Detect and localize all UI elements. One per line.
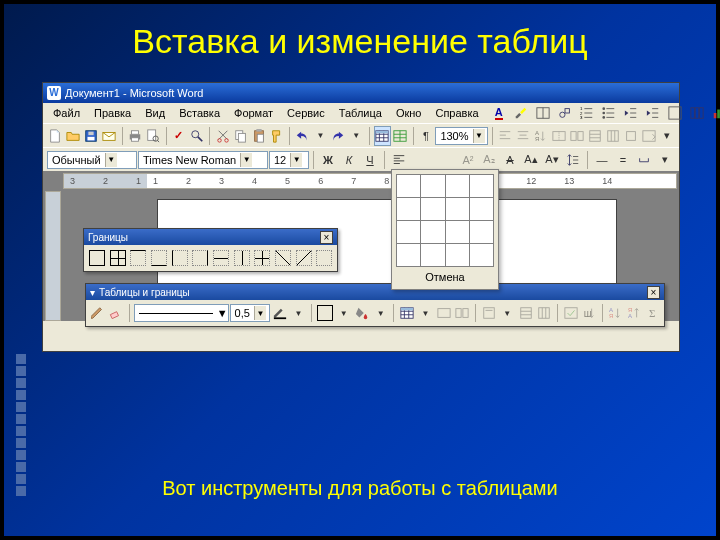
menu-tools[interactable]: Сервис: [281, 105, 331, 121]
border-bottom-icon[interactable]: [149, 248, 169, 268]
menu-format[interactable]: Формат: [228, 105, 279, 121]
drawing-icon[interactable]: [555, 103, 575, 123]
border-right-icon[interactable]: [190, 248, 210, 268]
menu-insert[interactable]: Вставка: [173, 105, 226, 121]
insert-chart-icon[interactable]: [709, 103, 720, 123]
style-combo[interactable]: Обычный ▼: [47, 151, 137, 169]
font-size-combo[interactable]: 12 ▼: [269, 151, 309, 169]
insert-table-grid[interactable]: [396, 174, 494, 267]
text-direction-icon[interactable]: Ш: [580, 303, 597, 323]
columns-icon[interactable]: [687, 103, 707, 123]
close-icon[interactable]: ×: [647, 286, 660, 299]
border-inside-h-icon[interactable]: [211, 248, 231, 268]
sort-desc-icon[interactable]: ЯА: [625, 303, 642, 323]
highlight-icon[interactable]: [511, 103, 531, 123]
print-preview-icon[interactable]: [145, 126, 162, 146]
menu-file[interactable]: Файл: [47, 105, 86, 121]
chevron-down-icon[interactable]: ▼: [499, 303, 516, 323]
border-outside-icon[interactable]: [87, 248, 107, 268]
shading-color-icon[interactable]: [354, 303, 371, 323]
tables-borders-title[interactable]: ▾Таблицы и границы ×: [86, 284, 664, 300]
chevron-down-icon[interactable]: ▼: [372, 303, 389, 323]
border-diag-up-icon[interactable]: [294, 248, 314, 268]
zoom-combo[interactable]: 130% ▼: [435, 127, 487, 145]
merge-cells-icon[interactable]: [435, 303, 452, 323]
subscript-icon[interactable]: A₂: [479, 150, 499, 170]
border-all-icon[interactable]: [108, 248, 128, 268]
split-cells-icon[interactable]: [454, 303, 471, 323]
distribute-cols-icon[interactable]: [535, 303, 552, 323]
print-icon[interactable]: [127, 126, 144, 146]
chevron-down-icon[interactable]: ▼: [105, 153, 117, 167]
insert-table-icon[interactable]: [398, 303, 415, 323]
eraser-icon[interactable]: [107, 303, 124, 323]
toolbar-options-icon[interactable]: ▾: [655, 150, 675, 170]
merge-cells-icon[interactable]: [550, 126, 567, 146]
copy-icon[interactable]: [232, 126, 249, 146]
menu-help[interactable]: Справка: [429, 105, 484, 121]
decrease-indent-icon[interactable]: [621, 103, 641, 123]
nbsp-icon[interactable]: [634, 150, 654, 170]
borders-icon[interactable]: [665, 103, 685, 123]
chevron-down-icon[interactable]: ▼: [290, 303, 307, 323]
insert-table-icon[interactable]: [374, 126, 391, 146]
vertical-ruler[interactable]: [45, 191, 61, 321]
line-weight-combo[interactable]: 0,5 ▼: [230, 304, 271, 322]
redo-dropdown-icon[interactable]: ▼: [348, 126, 365, 146]
toolbar-options-icon[interactable]: ▾: [658, 126, 675, 146]
undo-dropdown-icon[interactable]: ▼: [312, 126, 329, 146]
chevron-down-icon[interactable]: ▼: [217, 307, 228, 319]
close-icon[interactable]: ×: [320, 231, 333, 244]
font-combo[interactable]: Times New Roman ▼: [138, 151, 268, 169]
menu-window[interactable]: Окно: [390, 105, 428, 121]
distribute-cols-icon[interactable]: [604, 126, 621, 146]
border-none-icon[interactable]: [314, 248, 334, 268]
line-style-combo[interactable]: ▼: [134, 304, 229, 322]
paste-icon[interactable]: [250, 126, 267, 146]
undo-icon[interactable]: [294, 126, 311, 146]
chevron-down-icon[interactable]: ▼: [254, 306, 266, 320]
table-autoformat-icon[interactable]: [640, 126, 657, 146]
horizontal-ruler[interactable]: 3 2 1 1234567891011121314: [63, 173, 677, 189]
chevron-down-icon[interactable]: ▼: [417, 303, 434, 323]
align-left-icon[interactable]: [389, 150, 409, 170]
redo-icon[interactable]: [330, 126, 347, 146]
save-icon[interactable]: [83, 126, 100, 146]
border-left-icon[interactable]: [170, 248, 190, 268]
open-icon[interactable]: [65, 126, 82, 146]
new-doc-icon[interactable]: [47, 126, 64, 146]
line-spacing-icon[interactable]: [563, 150, 583, 170]
insert-table-cancel[interactable]: Отмена: [396, 267, 494, 285]
excel-icon[interactable]: [392, 126, 409, 146]
outside-border-icon[interactable]: [316, 303, 334, 323]
italic-button[interactable]: К: [339, 150, 359, 170]
draw-table-icon[interactable]: [89, 303, 106, 323]
chevron-down-icon[interactable]: ▼: [240, 153, 252, 167]
table-autoformat-icon[interactable]: [562, 303, 579, 323]
chevron-down-icon[interactable]: ▼: [335, 303, 352, 323]
menu-table[interactable]: Таблица: [333, 105, 388, 121]
em-dash-icon[interactable]: —: [592, 150, 612, 170]
show-formatting-icon[interactable]: ¶: [417, 126, 434, 146]
superscript-icon[interactable]: A²: [458, 150, 478, 170]
autofit-icon[interactable]: [622, 126, 639, 146]
border-top-icon[interactable]: [128, 248, 148, 268]
increase-indent-icon[interactable]: [643, 103, 663, 123]
shrink-font-icon[interactable]: A▾: [542, 150, 562, 170]
font-color-icon[interactable]: A: [489, 103, 509, 123]
border-inside-icon[interactable]: [252, 248, 272, 268]
equals-icon[interactable]: =: [613, 150, 633, 170]
grow-font-icon[interactable]: A▴: [521, 150, 541, 170]
menu-edit[interactable]: Правка: [88, 105, 137, 121]
numbered-list-icon[interactable]: 123: [577, 103, 597, 123]
strike-icon[interactable]: A: [500, 150, 520, 170]
border-color-icon[interactable]: [271, 303, 288, 323]
border-inside-v-icon[interactable]: [232, 248, 252, 268]
chevron-down-icon[interactable]: ▼: [473, 129, 485, 143]
border-diag-down-icon[interactable]: [273, 248, 293, 268]
bold-button[interactable]: Ж: [318, 150, 338, 170]
sort-asc-icon[interactable]: AЯ: [532, 126, 549, 146]
chevron-down-icon[interactable]: ▼: [290, 153, 302, 167]
align-left-icon[interactable]: [496, 126, 513, 146]
menu-view[interactable]: Вид: [139, 105, 171, 121]
